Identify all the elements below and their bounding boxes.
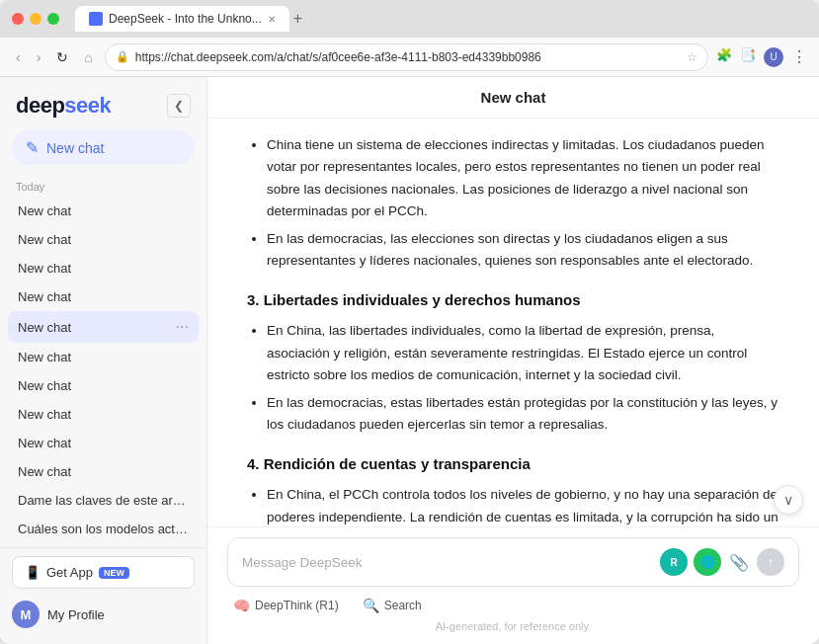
r1-icon: R — [670, 557, 677, 568]
reload-button[interactable]: ↻ — [52, 45, 72, 69]
address-bar[interactable]: 🔒 https://chat.deepseek.com/a/chat/s/af0… — [105, 43, 708, 71]
new-badge: NEW — [99, 567, 129, 579]
extension-icon[interactable]: 🧩 — [716, 47, 732, 67]
sidebar-item[interactable]: Dame las claves de este artículo — [8, 486, 199, 515]
tab-favicon — [89, 12, 103, 26]
logo: deepseek — [16, 93, 111, 119]
home-button[interactable]: ⌂ — [80, 45, 96, 69]
sidebar-logo-area: deepseek ❮ — [0, 89, 206, 130]
list-item: China tiene un sistema de elecciones ind… — [267, 134, 779, 222]
profile-name: My Profile — [47, 607, 105, 622]
menu-icon[interactable]: ⋮ — [791, 47, 807, 67]
sidebar-item-label: New chat — [18, 378, 189, 393]
list-item: En China, el PCCh controla todos los niv… — [267, 484, 779, 526]
back-button[interactable]: ‹ — [12, 45, 25, 69]
sidebar-item[interactable]: New chat — [8, 225, 199, 254]
sidebar-item[interactable]: New chat — [8, 343, 199, 371]
search-label: Search — [384, 599, 422, 612]
sidebar-item-label: New chat — [18, 464, 189, 479]
tab-bar: DeepSeek - Into the Unkno... ✕ + — [75, 6, 807, 32]
main-content: New chat China tiene un sistema de elecc… — [207, 77, 819, 644]
phone-icon: 📱 — [25, 565, 41, 580]
sidebar: deepseek ❮ ✎ New chat Today New chat New… — [0, 77, 207, 644]
search-toolbar-button[interactable]: 🔍 Search — [357, 595, 428, 616]
input-actions: R 🌐 📎 ↑ — [660, 548, 784, 576]
sidebar-list: New chat New chat New chat New chat New … — [0, 197, 206, 547]
new-chat-button[interactable]: ✎ New chat — [12, 130, 195, 165]
deepthink-mode-button[interactable]: R — [660, 548, 688, 576]
sidebar-item[interactable]: New chat — [8, 457, 199, 486]
search-icon: 🔍 — [363, 598, 379, 613]
maximize-button[interactable] — [47, 13, 59, 25]
chat-header: New chat — [207, 77, 819, 119]
more-options-icon[interactable]: ··· — [176, 318, 189, 336]
search-mode-button[interactable]: 🌐 — [694, 548, 721, 576]
new-tab-button[interactable]: + — [293, 10, 302, 28]
url-text: https://chat.deepseek.com/a/chat/s/af0ce… — [135, 50, 681, 64]
ai-notice: AI-generated, for reference only. — [227, 616, 799, 632]
active-tab[interactable]: DeepSeek - Into the Unkno... ✕ — [75, 6, 289, 32]
attach-button[interactable]: 📎 — [727, 551, 751, 574]
list-item: En las democracias, las elecciones son d… — [267, 228, 779, 273]
sidebar-item[interactable]: New chat — [8, 429, 199, 457]
input-box[interactable]: Message DeepSeek R 🌐 📎 ↑ — [227, 537, 799, 587]
tab-close-icon[interactable]: ✕ — [268, 14, 276, 25]
new-chat-icon: ✎ — [26, 138, 39, 157]
profile-item[interactable]: M My Profile — [12, 597, 195, 632]
chat-body[interactable]: China tiene un sistema de elecciones ind… — [207, 119, 819, 526]
app-container: deepseek ❮ ✎ New chat Today New chat New… — [0, 77, 819, 644]
sidebar-item[interactable]: New chat — [8, 400, 199, 429]
chevron-down-icon: ∨ — [783, 492, 793, 508]
close-button[interactable] — [12, 13, 24, 25]
sidebar-item-label: New chat — [18, 261, 189, 276]
nav-bar: ‹ › ↻ ⌂ 🔒 https://chat.deepseek.com/a/ch… — [0, 38, 819, 77]
sidebar-collapse-button[interactable]: ❮ — [167, 94, 191, 118]
nav-icons: 🧩 📑 U ⋮ — [716, 47, 807, 67]
deepthink-toolbar-button[interactable]: 🧠 DeepThink (R1) — [227, 595, 345, 616]
sidebar-item-active[interactable]: New chat ··· — [8, 311, 199, 343]
sidebar-item-label: New chat — [18, 203, 189, 218]
sidebar-item[interactable]: New chat — [8, 197, 199, 225]
lock-icon: 🔒 — [116, 50, 129, 63]
sidebar-bottom: 📱 Get App NEW M My Profile — [0, 547, 206, 644]
sidebar-item-label: New chat — [18, 350, 189, 364]
input-toolbar: 🧠 DeepThink (R1) 🔍 Search — [227, 587, 799, 616]
scroll-down-button[interactable]: ∨ — [774, 485, 803, 515]
sidebar-item[interactable]: New chat — [8, 254, 199, 282]
deepthink-label: DeepThink (R1) — [255, 599, 339, 612]
star-icon[interactable]: ☆ — [687, 50, 697, 64]
send-button[interactable]: ↑ — [757, 548, 784, 576]
sidebar-item[interactable]: New chat — [8, 371, 199, 400]
minimize-button[interactable] — [30, 13, 41, 25]
traffic-lights — [12, 13, 59, 25]
today-label: Today — [0, 177, 206, 197]
get-app-label: Get App — [46, 565, 93, 580]
new-chat-label: New chat — [46, 140, 104, 156]
input-placeholder: Message DeepSeek — [242, 555, 660, 570]
sidebar-item-label: Cuáles son los modelos actuales — [18, 522, 189, 536]
get-app-button[interactable]: 📱 Get App NEW — [12, 556, 195, 589]
list-item: En China, las libertades individuales, c… — [267, 320, 779, 386]
sidebar-item[interactable]: New chat — [8, 282, 199, 311]
section-heading: 3. Libertades individuales y derechos hu… — [247, 288, 779, 313]
send-icon: ↑ — [768, 554, 775, 570]
tab-title: DeepSeek - Into the Unkno... — [109, 12, 262, 26]
profile-icon[interactable]: U — [764, 47, 783, 67]
forward-button[interactable]: › — [33, 45, 45, 69]
sidebar-item-label: New chat — [18, 289, 189, 304]
deepthink-icon: 🧠 — [233, 598, 250, 613]
bookmark-icon[interactable]: 📑 — [740, 47, 756, 67]
sidebar-item-label: Dame las claves de este artículo — [18, 493, 189, 508]
avatar: M — [12, 601, 40, 628]
sidebar-item-label: New chat — [18, 320, 176, 335]
title-bar: DeepSeek - Into the Unkno... ✕ + — [0, 0, 819, 38]
list-item: En las democracias, estas libertades est… — [267, 392, 779, 437]
input-area: Message DeepSeek R 🌐 📎 ↑ — [207, 526, 819, 644]
sidebar-item-label: New chat — [18, 407, 189, 422]
sidebar-item-label: New chat — [18, 232, 189, 247]
section-heading: 4. Rendición de cuentas y transparencia — [247, 452, 779, 477]
chat-title: New chat — [481, 89, 546, 106]
message-content: China tiene un sistema de elecciones ind… — [247, 134, 779, 526]
sidebar-item[interactable]: Cuáles son los modelos actuales — [8, 515, 199, 543]
globe-icon: 🌐 — [700, 555, 715, 569]
